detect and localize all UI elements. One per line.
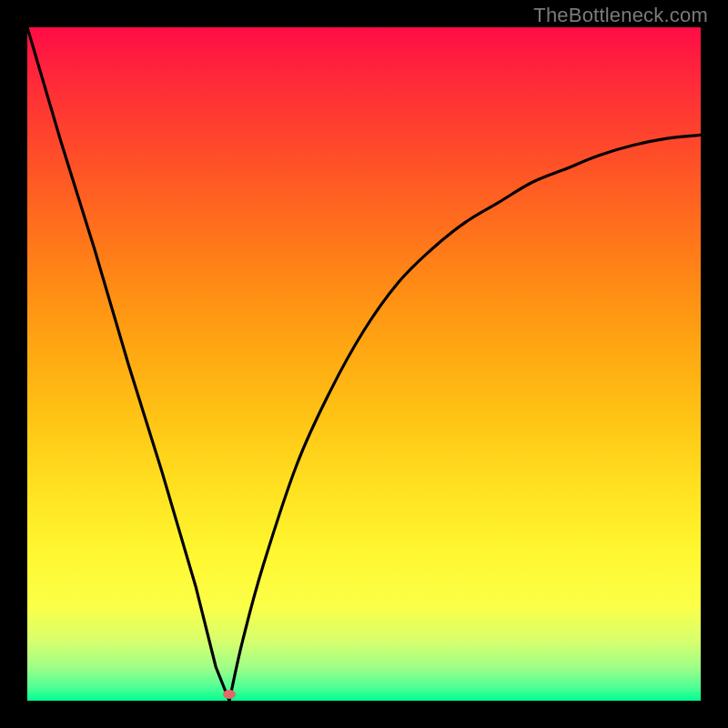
bottleneck-curve: [27, 27, 701, 701]
watermark-text: TheBottleneck.com: [533, 4, 708, 27]
optimum-marker: [223, 690, 236, 699]
curve-path: [27, 27, 701, 701]
plot-area: [27, 27, 701, 701]
chart-frame: TheBottleneck.com: [0, 0, 728, 728]
